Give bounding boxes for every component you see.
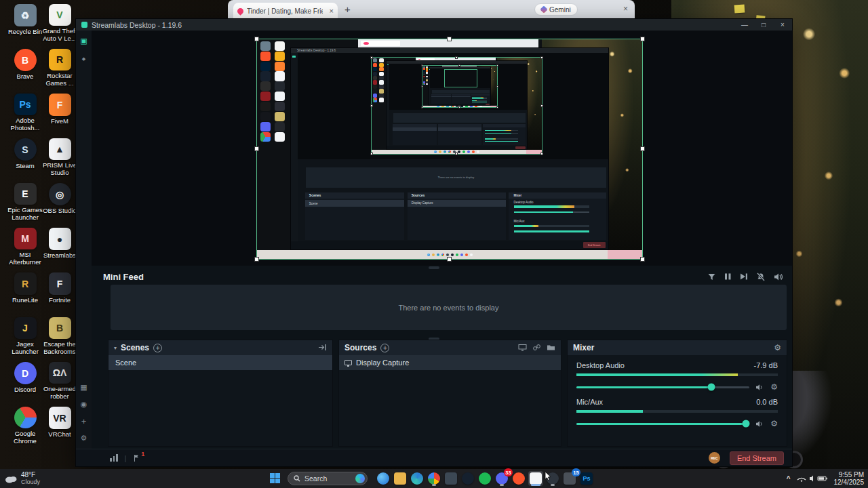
desktop-icon-column-2: VGrand Theft Auto V Le...RRockstar Games… bbox=[38, 4, 81, 451]
folder-icon[interactable] bbox=[547, 342, 555, 354]
performance-stats-icon[interactable] bbox=[110, 454, 118, 462]
skip-to-end-icon[interactable] bbox=[740, 272, 748, 281]
desktop-icon-streamlabs[interactable]: ●Streamlabs bbox=[38, 228, 81, 266]
mute-button[interactable] bbox=[755, 384, 764, 391]
minimize-icon[interactable]: — bbox=[735, 19, 754, 30]
display-capture-selection[interactable]: Streamlabs Desktop - 1.19.6Streamlabs De… bbox=[256, 39, 643, 260]
channel-settings-button[interactable]: ⚙ bbox=[770, 382, 778, 392]
tray-status-icons[interactable] bbox=[796, 474, 829, 483]
record-button[interactable]: REC bbox=[709, 452, 720, 464]
volume-slider[interactable] bbox=[576, 386, 749, 388]
taskbar-weather-widget[interactable]: 48°F Cloudy bbox=[4, 471, 40, 485]
start-button[interactable] bbox=[270, 473, 280, 483]
mixer-settings-icon[interactable]: ⚙ bbox=[774, 343, 781, 352]
new-tab-button[interactable]: + bbox=[344, 4, 351, 14]
browser-tab[interactable]: Tinder | Dating, Make Friends & × bbox=[233, 3, 338, 19]
taskbar-icon-discord[interactable]: 33 bbox=[494, 471, 509, 486]
desktop-icon-rockstar-games[interactable]: RRockstar Games ... bbox=[38, 49, 81, 87]
desktop-icon-one-armed-robber[interactable]: ΩΛOne-armed robber bbox=[38, 362, 81, 400]
end-stream-button[interactable]: End Stream bbox=[730, 451, 784, 465]
recycle-bin-icon: ♻ bbox=[14, 4, 37, 26]
volume-icon[interactable] bbox=[774, 272, 784, 281]
slider-handle[interactable] bbox=[708, 384, 715, 391]
taskbar-icon-steam[interactable] bbox=[460, 471, 475, 486]
pause-icon[interactable] bbox=[724, 272, 732, 281]
close-icon[interactable]: × bbox=[773, 19, 792, 30]
webcam-icon[interactable] bbox=[79, 399, 89, 409]
one-armed-robber-icon: ΩΛ bbox=[49, 362, 71, 384]
desktop-icon-escape-the-backrooms[interactable]: BEscape the Backrooms bbox=[38, 317, 81, 355]
panel-resize-handle[interactable] bbox=[429, 266, 439, 269]
filter-icon[interactable] bbox=[707, 272, 716, 281]
screen-capture-icon[interactable] bbox=[518, 342, 527, 354]
link-icon[interactable] bbox=[532, 342, 541, 354]
taskbar-icon-streamlabs[interactable] bbox=[528, 471, 543, 486]
taskbar-icon-spotify[interactable] bbox=[477, 471, 492, 486]
channel-settings-button[interactable]: ⚙ bbox=[770, 419, 778, 428]
browser-close-icon[interactable]: × bbox=[623, 4, 628, 14]
resize-handle[interactable] bbox=[640, 37, 645, 41]
taskbar-icon-notepad[interactable] bbox=[443, 471, 458, 486]
resize-handle[interactable] bbox=[640, 257, 645, 262]
display-capture-content: Streamlabs Desktop - 1.19.6Streamlabs De… bbox=[257, 39, 642, 259]
jagex-launcher-icon: J bbox=[14, 317, 37, 339]
mouse-cursor bbox=[545, 472, 553, 484]
mute-button[interactable] bbox=[755, 420, 764, 428]
taskbar-icon-brave[interactable] bbox=[511, 471, 526, 486]
escape-the-backrooms-icon: B bbox=[49, 317, 71, 339]
gemini-button[interactable]: Gemini bbox=[534, 3, 578, 16]
chrome-icon bbox=[428, 472, 440, 485]
maximize-icon[interactable]: □ bbox=[754, 19, 773, 30]
taskbar-search[interactable]: Search bbox=[288, 472, 368, 485]
display-capture-icon bbox=[344, 360, 352, 365]
desktop-icon-label: One-armed robber bbox=[38, 386, 81, 400]
volume-slider[interactable] bbox=[576, 423, 749, 425]
file-explorer-icon bbox=[394, 472, 406, 485]
alert-count-badge: 1 bbox=[141, 451, 144, 458]
settings-icon[interactable] bbox=[79, 433, 89, 443]
wallpaper-detail bbox=[734, 5, 745, 14]
layout-icon[interactable] bbox=[79, 382, 89, 392]
add-source-button[interactable]: + bbox=[380, 344, 389, 352]
desktop-icon-fortnite[interactable]: FFortnite bbox=[38, 272, 81, 310]
taskbar-icon-epic[interactable]: 15 bbox=[562, 471, 577, 486]
editor-icon[interactable] bbox=[79, 36, 89, 45]
resize-handle[interactable] bbox=[640, 146, 645, 151]
taskbar-icon-file-explorer[interactable] bbox=[393, 471, 408, 486]
sidebar-bottom-icons bbox=[76, 382, 92, 460]
desktop-icon-vrchat[interactable]: VRVRChat bbox=[38, 407, 81, 445]
nested-screen-capture: Streamlabs Desktop - 1.19.6Streamlabs De… bbox=[372, 58, 542, 154]
mute-notifications-icon[interactable] bbox=[756, 272, 766, 281]
taskbar-icon-edge[interactable] bbox=[410, 471, 425, 486]
preview-area[interactable]: Streamlabs Desktop - 1.19.6Streamlabs De… bbox=[92, 30, 792, 266]
taskbar-icon-photoshop[interactable]: Ps bbox=[579, 471, 594, 486]
tab-close-icon[interactable]: × bbox=[330, 7, 334, 15]
taskbar-clock[interactable]: 9:55 PM 12/4/2025 bbox=[834, 471, 865, 486]
notifications-flag[interactable]: 1 bbox=[133, 454, 140, 462]
nested-screen-capture: Streamlabs Desktop - 1.19.6Mini FeedTher… bbox=[422, 66, 497, 107]
resize-handle[interactable] bbox=[254, 257, 259, 262]
themes-icon[interactable] bbox=[79, 54, 89, 64]
collapse-panel-icon[interactable] bbox=[318, 342, 327, 354]
add-icon[interactable] bbox=[79, 416, 89, 426]
taskbar-icon-chrome[interactable] bbox=[427, 471, 441, 486]
desktop-icon-gta-v[interactable]: VGrand Theft Auto V Le... bbox=[38, 4, 81, 42]
scene-list-item[interactable]: Scene bbox=[108, 355, 332, 370]
desktop-icon-fivem[interactable]: FFiveM bbox=[38, 94, 81, 131]
resize-handle[interactable] bbox=[447, 37, 452, 41]
taskbar-icon-widgets[interactable] bbox=[376, 471, 391, 486]
desktop-icon-prism-live-studio[interactable]: ▲PRISM Live Studio bbox=[38, 138, 81, 176]
resize-handle[interactable] bbox=[447, 257, 452, 262]
resize-handle[interactable] bbox=[254, 146, 259, 151]
slider-handle[interactable] bbox=[743, 420, 750, 428]
window-titlebar[interactable]: Streamlabs Desktop - 1.19.6 — □ × bbox=[76, 19, 792, 30]
add-scene-button[interactable]: + bbox=[153, 344, 162, 352]
mixer-channel-mic-aux: Mic/Aux 0.0 dB ⚙ bbox=[576, 398, 778, 428]
tray-overflow-icon[interactable]: ^ bbox=[787, 475, 791, 483]
source-list-item[interactable]: Display Capture bbox=[339, 355, 561, 370]
chevron-down-icon[interactable]: ▾ bbox=[114, 345, 117, 351]
resize-handle[interactable] bbox=[254, 37, 259, 41]
desktop-icon-obs-studio[interactable]: ◎OBS Studio bbox=[38, 183, 81, 221]
system-tray: ^ 9:55 PM 12/4/2025 bbox=[787, 469, 864, 488]
google-chrome-icon bbox=[14, 407, 37, 428]
